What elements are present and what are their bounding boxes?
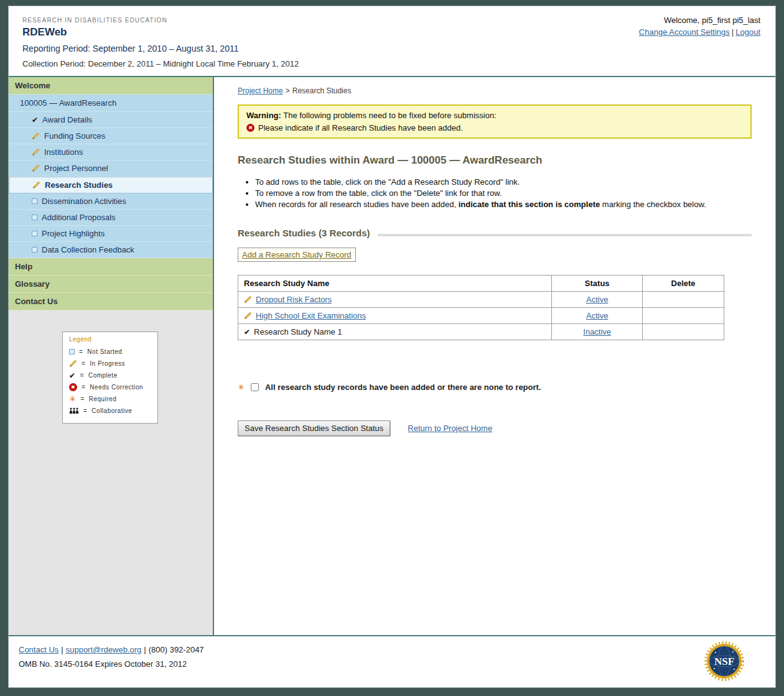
sidebar-item-funding-sources[interactable]: Funding Sources: [9, 128, 213, 144]
sidebar-item-dissemination-activities[interactable]: Dissemination Activities: [9, 193, 213, 210]
study-status-link[interactable]: Active: [586, 295, 608, 304]
legend-item-required: ✳ = Required: [69, 393, 151, 405]
pencil-icon: [69, 360, 77, 368]
reporting-period: Reporting Period: September 1, 2010 – Au…: [22, 44, 762, 53]
sidebar-item-label: Additional Proposals: [42, 213, 116, 222]
main-content: Project Home>Research Studies Warning: T…: [214, 77, 775, 635]
sidebar-item-institutions[interactable]: Institutions: [9, 144, 213, 160]
svg-text:NSF: NSF: [714, 656, 734, 667]
section-complete-checkbox[interactable]: [251, 383, 259, 391]
breadcrumb: Project Home>Research Studies: [238, 86, 752, 95]
check-icon: ✔: [244, 328, 250, 336]
legend-item-complete: ✔ = Complete: [69, 369, 151, 381]
omb-line: OMB No. 3145-0164 Expires October 31, 20…: [19, 659, 765, 669]
column-header-name: Research Study Name: [238, 276, 552, 292]
study-name-link[interactable]: Dropout Risk Factors: [256, 295, 332, 304]
research-studies-table: Research Study Name Status Delete Dropou…: [238, 275, 724, 340]
save-section-status-button[interactable]: Save Research Studies Section Status: [238, 420, 390, 436]
sidebar-item-data-collection-feedback[interactable]: Data Collection Feedback: [9, 242, 213, 258]
legend-label: Collaborative: [91, 407, 132, 414]
needs-correction-icon: ✖: [69, 383, 77, 391]
not-started-icon: [32, 215, 37, 220]
not-started-icon: [69, 349, 75, 355]
warning-label: Warning:: [246, 111, 281, 120]
collection-period: Collection Period: December 2, 2011 – Mi…: [22, 59, 762, 68]
required-icon: ✳: [238, 383, 245, 391]
delete-cell: [643, 324, 724, 340]
not-started-icon: [32, 198, 37, 204]
sidebar-item-award[interactable]: 100005 — AwardResearch: [9, 95, 213, 112]
needs-correction-icon: ✖: [246, 124, 254, 132]
return-to-project-home-link[interactable]: Return to Project Home: [408, 424, 492, 433]
legend-label: In Progress: [90, 360, 125, 367]
sidebar-item-label: 100005 — AwardResearch: [20, 98, 116, 108]
pencil-icon: [244, 295, 252, 304]
pencil-icon: [32, 148, 40, 156]
legend-item-needs-correction: ✖ = Needs Correction: [69, 381, 151, 393]
header: RESEARCH IN DISABILITIES EDUCATION RDEWe…: [9, 6, 775, 76]
instruction-item: To add rows to the table, click on the "…: [255, 177, 752, 187]
sidebar-item-research-studies[interactable]: Research Studies: [9, 177, 213, 193]
logout-link[interactable]: Logout: [735, 27, 760, 37]
sidebar-item-award-details[interactable]: ✔ Award Details: [9, 112, 213, 128]
people-icon: [69, 407, 79, 414]
check-icon: ✔: [32, 116, 38, 124]
sidebar-item-label: Institutions: [44, 147, 83, 157]
sidebar-item-label: Dissemination Activities: [42, 197, 126, 206]
sidebar-item-label: Project Personnel: [44, 164, 108, 173]
check-icon: ✔: [69, 372, 76, 379]
section-title: Research Studies (3 Records): [238, 228, 752, 238]
section-complete-label: All research study records have been add…: [265, 383, 541, 392]
sidebar-item-additional-proposals[interactable]: Additional Proposals: [9, 210, 213, 226]
change-account-settings-link[interactable]: Change Account Settings: [639, 27, 730, 37]
footer-phone: (800) 392-2047: [149, 645, 204, 654]
pencil-icon: [244, 312, 252, 320]
sidebar-item-label: Help: [15, 262, 32, 271]
legend-item-in-progress: = In Progress: [69, 358, 151, 369]
table-row: High School Exit Examinations Active: [238, 308, 724, 324]
sidebar-item-glossary[interactable]: Glossary: [9, 276, 213, 293]
add-research-study-box: Add a Research Study Record: [238, 248, 356, 262]
sidebar-item-contact-us[interactable]: Contact Us: [9, 293, 213, 310]
table-row: ✔Research Study Name 1 Inactive: [238, 324, 724, 340]
study-status-link[interactable]: Inactive: [583, 327, 611, 336]
not-started-icon: [32, 231, 37, 236]
breadcrumb-project-home-link[interactable]: Project Home: [238, 86, 283, 95]
link-separator: |: [732, 27, 734, 37]
page: RESEARCH IN DISABILITIES EDUCATION RDEWe…: [8, 6, 776, 688]
legend-item-not-started: = Not Started: [69, 346, 151, 358]
page-title: Research Studies within Award — 100005 —…: [238, 154, 752, 167]
warning-box: Warning: The following problems need to …: [238, 104, 752, 139]
delete-cell: [643, 292, 724, 308]
pencil-icon: [32, 132, 40, 140]
footer: Contact Us|support@rdeweb.org|(800) 392-…: [9, 635, 775, 687]
sidebar-item-help[interactable]: Help: [9, 258, 213, 276]
not-started-icon: [32, 247, 37, 253]
study-status-link[interactable]: Active: [586, 311, 608, 320]
account-area: Welcome, pi5_first pi5_last Change Accou…: [639, 16, 760, 37]
footer-email-link[interactable]: support@rdeweb.org: [66, 645, 142, 654]
legend-label: Not Started: [87, 348, 122, 355]
sidebar-item-project-personnel[interactable]: Project Personnel: [9, 160, 213, 177]
legend-label: Required: [89, 396, 117, 402]
pencil-icon: [32, 181, 40, 189]
sidebar-item-label: Funding Sources: [44, 131, 105, 141]
footer-contact-us-link[interactable]: Contact Us: [19, 645, 58, 654]
warning-item: Please indicate if all Research Studies …: [258, 123, 463, 132]
legend-item-collaborative: = Collaborative: [69, 405, 151, 417]
instruction-item: To remove a row from the table, click on…: [255, 188, 752, 198]
sidebar-item-label: Glossary: [15, 279, 50, 289]
table-row: Dropout Risk Factors Active: [238, 292, 724, 308]
sidebar-item-welcome[interactable]: Welcome: [9, 77, 213, 95]
legend-label: Needs Correction: [90, 384, 143, 391]
sidebar-item-label: Project Highlights: [42, 229, 105, 238]
add-research-study-link[interactable]: Add a Research Study Record: [242, 250, 352, 259]
sidebar-item-label: Data Collection Feedback: [42, 245, 134, 254]
study-name-text: Research Study Name 1: [254, 327, 342, 336]
study-name-link[interactable]: High School Exit Examinations: [256, 311, 366, 320]
sidebar-item-label: Welcome: [15, 81, 50, 90]
sidebar-item-project-highlights[interactable]: Project Highlights: [9, 226, 213, 242]
required-icon: ✳: [69, 395, 76, 403]
breadcrumb-current: Research Studies: [292, 86, 352, 95]
actions-row: Save Research Studies Section Status Ret…: [238, 420, 752, 436]
